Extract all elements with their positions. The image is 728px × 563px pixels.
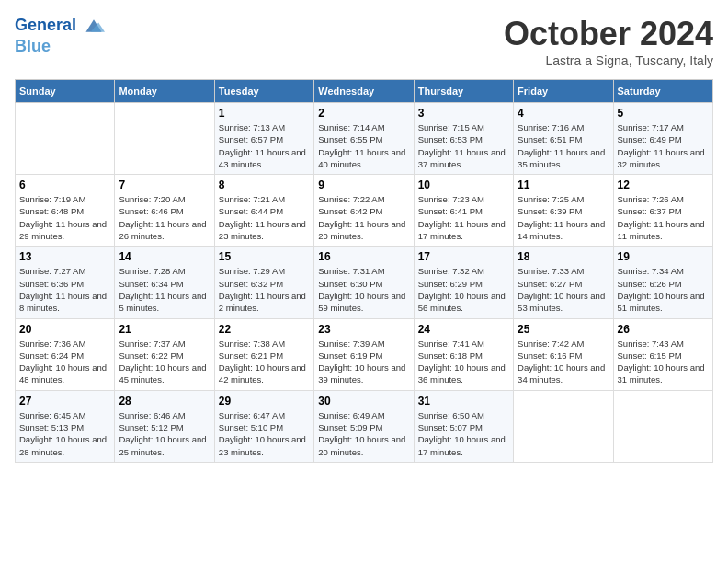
day-info: Sunrise: 7:29 AM Sunset: 6:32 PM Dayligh… [219, 265, 310, 314]
day-number: 4 [518, 107, 609, 120]
calendar-cell: 15Sunrise: 7:29 AM Sunset: 6:32 PM Dayli… [214, 247, 313, 318]
day-number: 8 [219, 178, 310, 191]
day-info: Sunrise: 7:42 AM Sunset: 6:16 PM Dayligh… [518, 338, 609, 386]
calendar-cell: 24Sunrise: 7:41 AM Sunset: 6:18 PM Dayli… [414, 318, 513, 390]
calendar-cell: 10Sunrise: 7:23 AM Sunset: 6:41 PM Dayli… [414, 175, 513, 247]
calendar-cell: 12Sunrise: 7:26 AM Sunset: 6:37 PM Dayli… [613, 175, 712, 247]
calendar-cell: 31Sunrise: 6:50 AM Sunset: 5:07 PM Dayli… [414, 390, 513, 462]
day-info: Sunrise: 6:46 AM Sunset: 5:12 PM Dayligh… [119, 409, 210, 458]
day-info: Sunrise: 7:36 AM Sunset: 6:24 PM Dayligh… [19, 338, 110, 386]
day-number: 11 [518, 178, 609, 191]
day-number: 23 [318, 323, 409, 336]
day-info: Sunrise: 7:17 AM Sunset: 6:49 PM Dayligh… [618, 121, 709, 170]
calendar-cell: 5Sunrise: 7:17 AM Sunset: 6:49 PM Daylig… [613, 103, 712, 175]
calendar-week-row: 1Sunrise: 7:13 AM Sunset: 6:57 PM Daylig… [16, 103, 713, 175]
day-number: 9 [318, 178, 409, 191]
day-info: Sunrise: 7:19 AM Sunset: 6:48 PM Dayligh… [19, 193, 110, 242]
day-info: Sunrise: 7:27 AM Sunset: 6:36 PM Dayligh… [19, 265, 110, 314]
day-number: 15 [219, 250, 310, 263]
day-info: Sunrise: 7:21 AM Sunset: 6:44 PM Dayligh… [219, 193, 310, 242]
day-info: Sunrise: 6:50 AM Sunset: 5:07 PM Dayligh… [418, 409, 509, 458]
day-info: Sunrise: 7:14 AM Sunset: 6:55 PM Dayligh… [318, 121, 409, 170]
day-number: 10 [418, 178, 509, 191]
day-number: 30 [318, 395, 409, 408]
day-number: 13 [19, 250, 110, 263]
calendar-cell: 20Sunrise: 7:36 AM Sunset: 6:24 PM Dayli… [16, 318, 115, 390]
calendar-cell: 4Sunrise: 7:16 AM Sunset: 6:51 PM Daylig… [514, 103, 613, 175]
calendar-table: SundayMondayTuesdayWednesdayThursdayFrid… [15, 79, 713, 463]
calendar-cell [115, 103, 214, 175]
month-title: October 2024 [504, 15, 713, 53]
calendar-cell [16, 103, 115, 175]
day-number: 18 [518, 250, 609, 263]
weekday-header: Sunday [16, 80, 115, 103]
day-info: Sunrise: 7:23 AM Sunset: 6:41 PM Dayligh… [418, 193, 509, 242]
weekday-header: Thursday [414, 80, 513, 103]
day-number: 20 [19, 323, 110, 336]
day-number: 14 [119, 250, 210, 263]
day-number: 3 [418, 107, 509, 120]
calendar-cell: 21Sunrise: 7:37 AM Sunset: 6:22 PM Dayli… [115, 318, 214, 390]
logo-text: General Blue [15, 15, 105, 57]
day-info: Sunrise: 7:32 AM Sunset: 6:29 PM Dayligh… [418, 265, 509, 314]
weekday-header: Tuesday [214, 80, 313, 103]
calendar-cell: 7Sunrise: 7:20 AM Sunset: 6:46 PM Daylig… [115, 175, 214, 247]
day-number: 7 [119, 178, 210, 191]
calendar-cell: 6Sunrise: 7:19 AM Sunset: 6:48 PM Daylig… [16, 175, 115, 247]
day-number: 28 [119, 395, 210, 408]
day-number: 19 [618, 250, 709, 263]
day-info: Sunrise: 7:20 AM Sunset: 6:46 PM Dayligh… [119, 193, 210, 242]
calendar-cell: 29Sunrise: 6:47 AM Sunset: 5:10 PM Dayli… [214, 390, 313, 462]
day-info: Sunrise: 7:31 AM Sunset: 6:30 PM Dayligh… [318, 265, 409, 314]
day-info: Sunrise: 7:43 AM Sunset: 6:15 PM Dayligh… [618, 338, 709, 386]
calendar-cell: 30Sunrise: 6:49 AM Sunset: 5:09 PM Dayli… [314, 390, 414, 462]
title-block: October 2024 Lastra a Signa, Tuscany, It… [504, 15, 713, 68]
calendar-cell: 25Sunrise: 7:42 AM Sunset: 6:16 PM Dayli… [514, 318, 613, 390]
calendar-cell: 14Sunrise: 7:28 AM Sunset: 6:34 PM Dayli… [115, 247, 214, 318]
day-info: Sunrise: 7:13 AM Sunset: 6:57 PM Dayligh… [219, 121, 310, 170]
calendar-week-row: 6Sunrise: 7:19 AM Sunset: 6:48 PM Daylig… [16, 175, 713, 247]
day-info: Sunrise: 7:26 AM Sunset: 6:37 PM Dayligh… [618, 193, 709, 242]
day-info: Sunrise: 7:34 AM Sunset: 6:26 PM Dayligh… [618, 265, 709, 314]
day-number: 31 [418, 395, 509, 408]
calendar-cell: 22Sunrise: 7:38 AM Sunset: 6:21 PM Dayli… [214, 318, 313, 390]
weekday-header: Wednesday [314, 80, 414, 103]
weekday-header: Saturday [613, 80, 712, 103]
day-info: Sunrise: 7:38 AM Sunset: 6:21 PM Dayligh… [219, 338, 310, 386]
day-number: 5 [618, 107, 709, 120]
weekday-header: Monday [115, 80, 214, 103]
day-number: 22 [219, 323, 310, 336]
calendar-cell: 17Sunrise: 7:32 AM Sunset: 6:29 PM Dayli… [414, 247, 513, 318]
logo-line1: General [15, 16, 76, 34]
weekday-header-row: SundayMondayTuesdayWednesdayThursdayFrid… [16, 80, 713, 103]
logo-icon [83, 15, 105, 37]
day-info: Sunrise: 7:33 AM Sunset: 6:27 PM Dayligh… [518, 265, 609, 314]
page-header: General Blue October 2024 Lastra a Signa… [15, 15, 713, 68]
weekday-header: Friday [514, 80, 613, 103]
day-info: Sunrise: 7:41 AM Sunset: 6:18 PM Dayligh… [418, 338, 509, 386]
calendar-cell: 16Sunrise: 7:31 AM Sunset: 6:30 PM Dayli… [314, 247, 414, 318]
day-number: 27 [19, 395, 110, 408]
day-number: 26 [618, 323, 709, 336]
day-number: 12 [618, 178, 709, 191]
calendar-cell: 13Sunrise: 7:27 AM Sunset: 6:36 PM Dayli… [16, 247, 115, 318]
day-info: Sunrise: 7:16 AM Sunset: 6:51 PM Dayligh… [518, 121, 609, 170]
calendar-cell: 18Sunrise: 7:33 AM Sunset: 6:27 PM Dayli… [514, 247, 613, 318]
day-info: Sunrise: 6:49 AM Sunset: 5:09 PM Dayligh… [318, 409, 409, 458]
calendar-cell: 9Sunrise: 7:22 AM Sunset: 6:42 PM Daylig… [314, 175, 414, 247]
calendar-cell: 1Sunrise: 7:13 AM Sunset: 6:57 PM Daylig… [214, 103, 313, 175]
day-info: Sunrise: 7:22 AM Sunset: 6:42 PM Dayligh… [318, 193, 409, 242]
day-number: 25 [518, 323, 609, 336]
location-title: Lastra a Signa, Tuscany, Italy [504, 53, 713, 68]
calendar-cell [514, 390, 613, 462]
logo-line2: Blue [15, 37, 51, 55]
day-number: 17 [418, 250, 509, 263]
day-info: Sunrise: 7:28 AM Sunset: 6:34 PM Dayligh… [119, 265, 210, 314]
day-number: 1 [219, 107, 310, 120]
day-number: 24 [418, 323, 509, 336]
calendar-week-row: 27Sunrise: 6:45 AM Sunset: 5:13 PM Dayli… [16, 390, 713, 462]
calendar-cell: 11Sunrise: 7:25 AM Sunset: 6:39 PM Dayli… [514, 175, 613, 247]
calendar-cell: 3Sunrise: 7:15 AM Sunset: 6:53 PM Daylig… [414, 103, 513, 175]
calendar-cell: 23Sunrise: 7:39 AM Sunset: 6:19 PM Dayli… [314, 318, 414, 390]
day-info: Sunrise: 6:47 AM Sunset: 5:10 PM Dayligh… [219, 409, 310, 458]
